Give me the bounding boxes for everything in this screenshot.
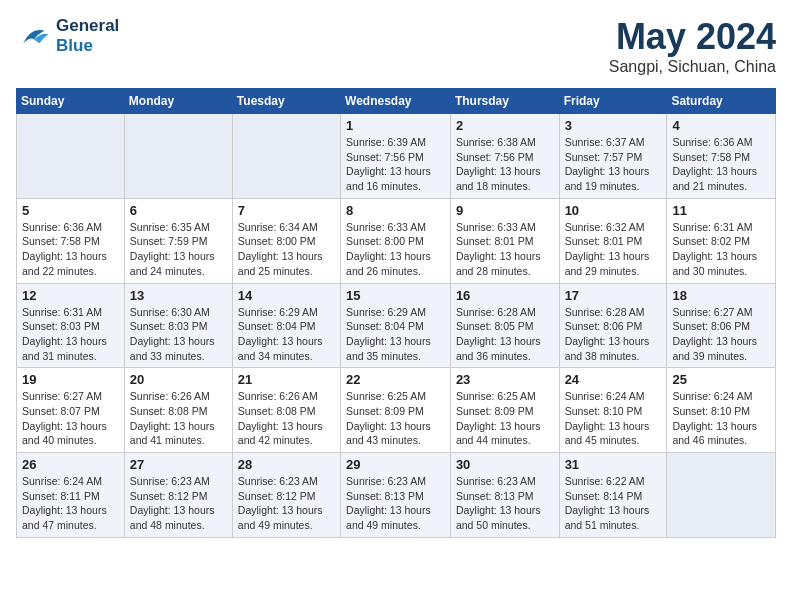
day-number: 31 <box>565 457 662 472</box>
day-number: 5 <box>22 203 119 218</box>
weekday-header-wednesday: Wednesday <box>341 89 451 114</box>
day-info: Sunrise: 6:39 AMSunset: 7:56 PMDaylight:… <box>346 135 445 194</box>
weekday-header-saturday: Saturday <box>667 89 776 114</box>
calendar-cell: 12Sunrise: 6:31 AMSunset: 8:03 PMDayligh… <box>17 283 125 368</box>
day-info: Sunrise: 6:25 AMSunset: 8:09 PMDaylight:… <box>456 389 554 448</box>
calendar-cell: 4Sunrise: 6:36 AMSunset: 7:58 PMDaylight… <box>667 114 776 199</box>
calendar-cell: 8Sunrise: 6:33 AMSunset: 8:00 PMDaylight… <box>341 198 451 283</box>
calendar-header-row: SundayMondayTuesdayWednesdayThursdayFrid… <box>17 89 776 114</box>
day-info: Sunrise: 6:28 AMSunset: 8:06 PMDaylight:… <box>565 305 662 364</box>
calendar-cell: 18Sunrise: 6:27 AMSunset: 8:06 PMDayligh… <box>667 283 776 368</box>
page-header: General Blue May 2024 Sangpi, Sichuan, C… <box>16 16 776 76</box>
day-number: 7 <box>238 203 335 218</box>
day-number: 16 <box>456 288 554 303</box>
calendar-cell: 26Sunrise: 6:24 AMSunset: 8:11 PMDayligh… <box>17 453 125 538</box>
day-number: 23 <box>456 372 554 387</box>
logo-text: General Blue <box>56 16 119 56</box>
day-number: 26 <box>22 457 119 472</box>
calendar-cell: 15Sunrise: 6:29 AMSunset: 8:04 PMDayligh… <box>341 283 451 368</box>
day-number: 9 <box>456 203 554 218</box>
day-number: 8 <box>346 203 445 218</box>
day-info: Sunrise: 6:33 AMSunset: 8:01 PMDaylight:… <box>456 220 554 279</box>
calendar-cell: 11Sunrise: 6:31 AMSunset: 8:02 PMDayligh… <box>667 198 776 283</box>
day-number: 2 <box>456 118 554 133</box>
calendar-cell: 1Sunrise: 6:39 AMSunset: 7:56 PMDaylight… <box>341 114 451 199</box>
calendar-week-row: 26Sunrise: 6:24 AMSunset: 8:11 PMDayligh… <box>17 453 776 538</box>
logo-bird-icon <box>16 18 52 54</box>
day-number: 11 <box>672 203 770 218</box>
calendar-cell: 16Sunrise: 6:28 AMSunset: 8:05 PMDayligh… <box>450 283 559 368</box>
day-info: Sunrise: 6:29 AMSunset: 8:04 PMDaylight:… <box>238 305 335 364</box>
day-number: 17 <box>565 288 662 303</box>
day-info: Sunrise: 6:38 AMSunset: 7:56 PMDaylight:… <box>456 135 554 194</box>
day-info: Sunrise: 6:24 AMSunset: 8:11 PMDaylight:… <box>22 474 119 533</box>
calendar-cell: 23Sunrise: 6:25 AMSunset: 8:09 PMDayligh… <box>450 368 559 453</box>
calendar-cell <box>124 114 232 199</box>
calendar-cell <box>667 453 776 538</box>
day-number: 18 <box>672 288 770 303</box>
calendar-cell: 21Sunrise: 6:26 AMSunset: 8:08 PMDayligh… <box>232 368 340 453</box>
weekday-header-sunday: Sunday <box>17 89 125 114</box>
day-info: Sunrise: 6:23 AMSunset: 8:12 PMDaylight:… <box>130 474 227 533</box>
calendar-week-row: 5Sunrise: 6:36 AMSunset: 7:58 PMDaylight… <box>17 198 776 283</box>
month-title: May 2024 <box>609 16 776 58</box>
day-info: Sunrise: 6:35 AMSunset: 7:59 PMDaylight:… <box>130 220 227 279</box>
calendar-cell: 6Sunrise: 6:35 AMSunset: 7:59 PMDaylight… <box>124 198 232 283</box>
day-number: 3 <box>565 118 662 133</box>
day-info: Sunrise: 6:37 AMSunset: 7:57 PMDaylight:… <box>565 135 662 194</box>
day-number: 10 <box>565 203 662 218</box>
weekday-header-friday: Friday <box>559 89 667 114</box>
calendar-cell: 13Sunrise: 6:30 AMSunset: 8:03 PMDayligh… <box>124 283 232 368</box>
weekday-header-thursday: Thursday <box>450 89 559 114</box>
calendar-cell: 14Sunrise: 6:29 AMSunset: 8:04 PMDayligh… <box>232 283 340 368</box>
day-info: Sunrise: 6:29 AMSunset: 8:04 PMDaylight:… <box>346 305 445 364</box>
day-number: 1 <box>346 118 445 133</box>
day-info: Sunrise: 6:32 AMSunset: 8:01 PMDaylight:… <box>565 220 662 279</box>
day-info: Sunrise: 6:23 AMSunset: 8:13 PMDaylight:… <box>346 474 445 533</box>
weekday-header-tuesday: Tuesday <box>232 89 340 114</box>
calendar-cell: 24Sunrise: 6:24 AMSunset: 8:10 PMDayligh… <box>559 368 667 453</box>
calendar-week-row: 1Sunrise: 6:39 AMSunset: 7:56 PMDaylight… <box>17 114 776 199</box>
day-info: Sunrise: 6:24 AMSunset: 8:10 PMDaylight:… <box>672 389 770 448</box>
calendar-cell: 25Sunrise: 6:24 AMSunset: 8:10 PMDayligh… <box>667 368 776 453</box>
day-info: Sunrise: 6:36 AMSunset: 7:58 PMDaylight:… <box>672 135 770 194</box>
calendar-cell: 31Sunrise: 6:22 AMSunset: 8:14 PMDayligh… <box>559 453 667 538</box>
day-info: Sunrise: 6:24 AMSunset: 8:10 PMDaylight:… <box>565 389 662 448</box>
calendar-cell: 17Sunrise: 6:28 AMSunset: 8:06 PMDayligh… <box>559 283 667 368</box>
day-info: Sunrise: 6:31 AMSunset: 8:02 PMDaylight:… <box>672 220 770 279</box>
day-info: Sunrise: 6:26 AMSunset: 8:08 PMDaylight:… <box>238 389 335 448</box>
day-info: Sunrise: 6:22 AMSunset: 8:14 PMDaylight:… <box>565 474 662 533</box>
title-block: May 2024 Sangpi, Sichuan, China <box>609 16 776 76</box>
day-number: 6 <box>130 203 227 218</box>
calendar-cell: 3Sunrise: 6:37 AMSunset: 7:57 PMDaylight… <box>559 114 667 199</box>
day-number: 13 <box>130 288 227 303</box>
day-info: Sunrise: 6:27 AMSunset: 8:07 PMDaylight:… <box>22 389 119 448</box>
day-info: Sunrise: 6:28 AMSunset: 8:05 PMDaylight:… <box>456 305 554 364</box>
day-number: 24 <box>565 372 662 387</box>
day-number: 27 <box>130 457 227 472</box>
calendar-cell <box>17 114 125 199</box>
calendar-week-row: 19Sunrise: 6:27 AMSunset: 8:07 PMDayligh… <box>17 368 776 453</box>
calendar-cell: 22Sunrise: 6:25 AMSunset: 8:09 PMDayligh… <box>341 368 451 453</box>
calendar-cell: 20Sunrise: 6:26 AMSunset: 8:08 PMDayligh… <box>124 368 232 453</box>
day-number: 19 <box>22 372 119 387</box>
calendar-cell: 19Sunrise: 6:27 AMSunset: 8:07 PMDayligh… <box>17 368 125 453</box>
calendar-cell: 30Sunrise: 6:23 AMSunset: 8:13 PMDayligh… <box>450 453 559 538</box>
calendar-cell: 28Sunrise: 6:23 AMSunset: 8:12 PMDayligh… <box>232 453 340 538</box>
day-info: Sunrise: 6:26 AMSunset: 8:08 PMDaylight:… <box>130 389 227 448</box>
day-number: 4 <box>672 118 770 133</box>
day-info: Sunrise: 6:31 AMSunset: 8:03 PMDaylight:… <box>22 305 119 364</box>
calendar-cell: 10Sunrise: 6:32 AMSunset: 8:01 PMDayligh… <box>559 198 667 283</box>
calendar-cell <box>232 114 340 199</box>
calendar-cell: 27Sunrise: 6:23 AMSunset: 8:12 PMDayligh… <box>124 453 232 538</box>
day-number: 30 <box>456 457 554 472</box>
day-info: Sunrise: 6:34 AMSunset: 8:00 PMDaylight:… <box>238 220 335 279</box>
day-number: 22 <box>346 372 445 387</box>
calendar-cell: 5Sunrise: 6:36 AMSunset: 7:58 PMDaylight… <box>17 198 125 283</box>
day-info: Sunrise: 6:30 AMSunset: 8:03 PMDaylight:… <box>130 305 227 364</box>
calendar-cell: 29Sunrise: 6:23 AMSunset: 8:13 PMDayligh… <box>341 453 451 538</box>
day-number: 15 <box>346 288 445 303</box>
day-number: 29 <box>346 457 445 472</box>
calendar-week-row: 12Sunrise: 6:31 AMSunset: 8:03 PMDayligh… <box>17 283 776 368</box>
day-number: 21 <box>238 372 335 387</box>
